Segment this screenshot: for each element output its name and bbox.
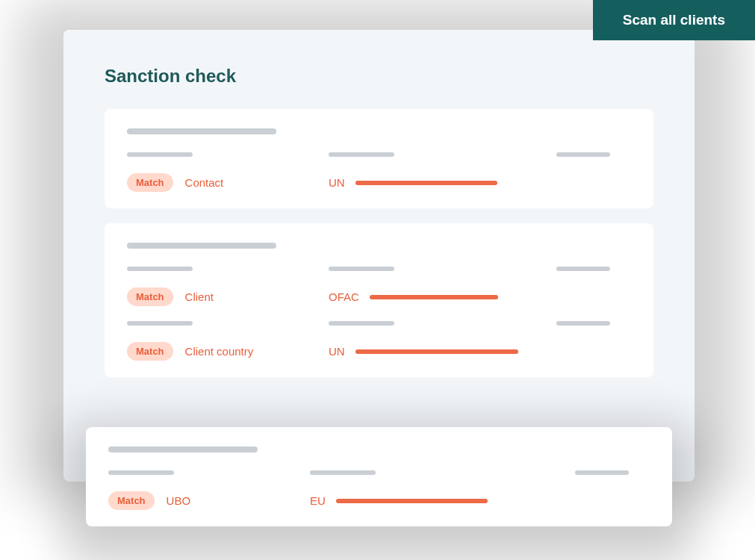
- placeholder-title: [127, 128, 276, 134]
- match-left: Match Contact: [127, 173, 314, 192]
- placeholder: [127, 267, 193, 271]
- placeholder: [556, 267, 610, 271]
- match-source-code: UN: [329, 176, 345, 189]
- placeholder: [329, 267, 394, 271]
- placeholder: [329, 152, 394, 157]
- placeholder-row: [108, 470, 650, 475]
- match-left: Match Client country: [127, 342, 314, 361]
- match-left: Match Client: [127, 287, 314, 306]
- placeholder: [108, 470, 174, 475]
- match-source: OFAC: [329, 290, 512, 303]
- match-source-code: OFAC: [329, 290, 359, 303]
- match-source: UN: [329, 176, 512, 189]
- result-card: Match Contact UN: [105, 109, 653, 208]
- match-bar: [355, 181, 497, 185]
- placeholder: [556, 152, 610, 157]
- match-type-label: Client country: [185, 345, 254, 358]
- match-type-label: Contact: [185, 176, 224, 189]
- scan-all-clients-label: Scan all clients: [623, 12, 725, 28]
- match-badge: Match: [127, 342, 173, 361]
- result-card-floating: Match UBO EU: [86, 427, 672, 526]
- placeholder: [310, 470, 376, 475]
- placeholder: [556, 321, 610, 326]
- placeholder: [127, 152, 193, 157]
- placeholder-row: [127, 267, 631, 271]
- placeholder-title: [108, 447, 258, 452]
- match-badge: Match: [127, 287, 173, 306]
- result-card: Match Client OFAC Match Client country: [105, 223, 653, 377]
- match-type-label: UBO: [167, 494, 191, 507]
- match-source: UN: [329, 345, 518, 358]
- match-source: EU: [310, 494, 530, 507]
- match-row: Match Client country UN: [127, 342, 631, 361]
- placeholder: [329, 321, 394, 326]
- match-badge: Match: [127, 173, 173, 192]
- match-source-code: EU: [310, 494, 326, 507]
- match-bar: [370, 295, 498, 299]
- match-row: Match Client OFAC: [127, 287, 631, 306]
- placeholder: [575, 470, 629, 475]
- match-type-label: Client: [185, 290, 214, 303]
- match-row: Match Contact UN: [127, 173, 631, 192]
- match-bar: [336, 499, 488, 503]
- placeholder-row: [127, 321, 631, 326]
- match-bar: [355, 349, 518, 354]
- sanction-check-panel: Sanction check Match Contact UN: [63, 30, 695, 482]
- page-title: Sanction check: [105, 66, 653, 87]
- placeholder-title: [127, 243, 276, 249]
- match-left: Match UBO: [108, 491, 295, 510]
- match-row: Match UBO EU: [108, 491, 650, 510]
- match-source-code: UN: [329, 345, 345, 358]
- match-badge: Match: [108, 491, 155, 510]
- placeholder-row: [127, 152, 631, 157]
- scan-all-clients-button[interactable]: Scan all clients: [593, 0, 755, 40]
- placeholder: [127, 321, 193, 326]
